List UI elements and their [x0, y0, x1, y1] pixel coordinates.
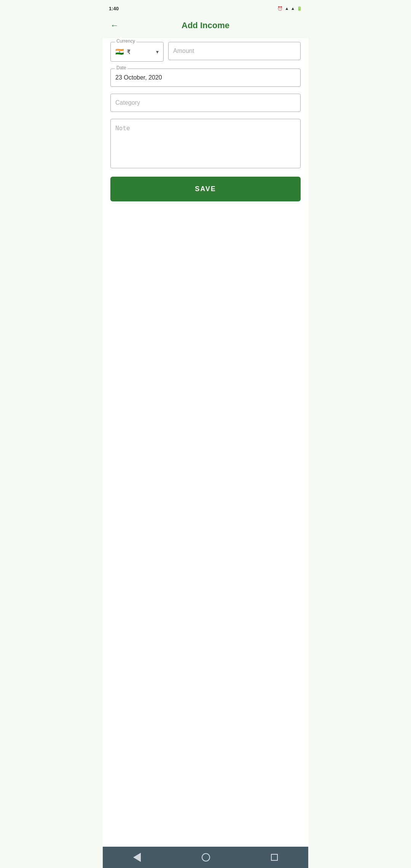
currency-symbol: ₹ [127, 48, 131, 56]
currency-select[interactable]: 🇮🇳 ₹ ▾ [110, 42, 164, 62]
status-bar: 1:40 ⏰ ▲ ▲ 🔋 [103, 0, 308, 15]
status-icons: ⏰ ▲ ▲ 🔋 [277, 6, 302, 11]
status-time: 1:40 [109, 6, 119, 11]
spacer [103, 528, 308, 847]
note-textarea[interactable] [110, 119, 301, 168]
home-circle-icon [202, 853, 210, 862]
wifi-icon: ▲ [285, 6, 289, 11]
nav-bar [103, 847, 308, 868]
signal-icon: ▲ [291, 6, 295, 11]
date-label: Date [115, 65, 127, 70]
date-field: Date [110, 69, 301, 87]
currency-label: Currency [115, 38, 137, 44]
currency-field: Currency 🇮🇳 ₹ ▾ [110, 42, 164, 62]
recent-square-icon [271, 854, 278, 861]
battery-icon: 🔋 [297, 6, 302, 11]
nav-recent-button[interactable] [271, 854, 278, 861]
category-field-wrapper [110, 94, 301, 112]
page-title: Add Income [182, 21, 229, 30]
back-button[interactable]: ← [109, 19, 120, 32]
date-input[interactable] [110, 69, 301, 87]
back-triangle-icon [133, 853, 141, 862]
nav-back-button[interactable] [133, 853, 141, 862]
category-input[interactable] [110, 94, 301, 112]
amount-field-wrapper [168, 42, 301, 62]
header: ← Add Income [103, 15, 308, 38]
note-field-wrapper [110, 119, 301, 170]
flag-icon: 🇮🇳 [115, 48, 124, 56]
currency-amount-row: Currency 🇮🇳 ₹ ▾ [110, 42, 301, 62]
save-button[interactable]: SAVE [110, 177, 301, 201]
chevron-down-icon: ▾ [156, 49, 159, 55]
nav-home-button[interactable] [202, 853, 210, 862]
form-container: Currency 🇮🇳 ₹ ▾ Date SAVE [103, 38, 308, 528]
amount-input[interactable] [168, 42, 301, 60]
alarm-icon: ⏰ [277, 6, 283, 11]
